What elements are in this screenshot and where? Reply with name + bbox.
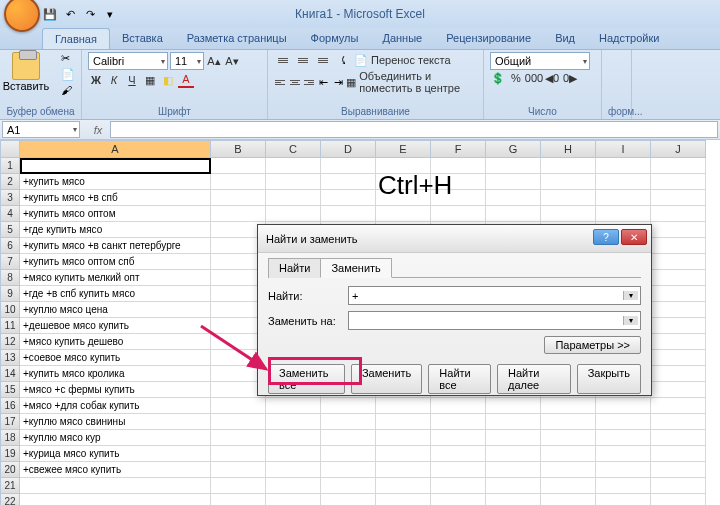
name-box[interactable]: A1 bbox=[2, 121, 80, 138]
cell[interactable]: +купить мясо +в спб bbox=[20, 190, 211, 206]
row-header[interactable]: 5 bbox=[0, 222, 20, 238]
cell[interactable]: +купить мясо кролика bbox=[20, 366, 211, 382]
tab-page-layout[interactable]: Разметка страницы bbox=[175, 28, 299, 49]
cell[interactable] bbox=[486, 478, 541, 494]
col-header-I[interactable]: I bbox=[596, 140, 651, 158]
cell[interactable] bbox=[596, 446, 651, 462]
cell[interactable] bbox=[596, 190, 651, 206]
cell[interactable] bbox=[211, 206, 266, 222]
currency-icon[interactable]: 💲 bbox=[490, 70, 506, 86]
cell[interactable] bbox=[20, 158, 211, 174]
cell[interactable] bbox=[541, 190, 596, 206]
cell[interactable] bbox=[651, 414, 706, 430]
cell[interactable] bbox=[321, 190, 376, 206]
border-icon[interactable]: ▦ bbox=[142, 72, 158, 88]
save-icon[interactable]: 💾 bbox=[42, 6, 58, 22]
col-header-C[interactable]: C bbox=[266, 140, 321, 158]
cell[interactable] bbox=[651, 398, 706, 414]
cell[interactable] bbox=[486, 462, 541, 478]
cell[interactable] bbox=[541, 174, 596, 190]
font-size-combo[interactable]: 11 bbox=[170, 52, 204, 70]
cell[interactable] bbox=[651, 302, 706, 318]
cell[interactable]: +свежее мясо купить bbox=[20, 462, 211, 478]
cell[interactable] bbox=[541, 158, 596, 174]
cell[interactable] bbox=[321, 478, 376, 494]
align-center-icon[interactable] bbox=[288, 74, 300, 90]
row-header[interactable]: 17 bbox=[0, 414, 20, 430]
col-header-B[interactable]: B bbox=[211, 140, 266, 158]
cell[interactable] bbox=[321, 494, 376, 505]
underline-button[interactable]: Ч bbox=[124, 72, 140, 88]
shrink-font-icon[interactable]: A▾ bbox=[224, 53, 240, 69]
select-all-corner[interactable] bbox=[0, 140, 20, 158]
cell[interactable] bbox=[651, 430, 706, 446]
format-painter-icon[interactable]: 🖌 bbox=[61, 84, 77, 98]
cell[interactable] bbox=[596, 158, 651, 174]
cell[interactable] bbox=[376, 398, 431, 414]
col-header-F[interactable]: F bbox=[431, 140, 486, 158]
qat-more-icon[interactable]: ▾ bbox=[102, 6, 118, 22]
dialog-help-button[interactable]: ? bbox=[593, 229, 619, 245]
tab-review[interactable]: Рецензирование bbox=[434, 28, 543, 49]
row-header[interactable]: 14 bbox=[0, 366, 20, 382]
cell[interactable]: +купить мясо bbox=[20, 174, 211, 190]
cell[interactable] bbox=[651, 462, 706, 478]
cell[interactable] bbox=[211, 158, 266, 174]
cell[interactable] bbox=[541, 494, 596, 505]
align-bottom-icon[interactable] bbox=[314, 52, 332, 68]
font-color-icon[interactable]: A bbox=[178, 72, 194, 88]
close-button[interactable]: Закрыть bbox=[577, 364, 641, 394]
cell[interactable] bbox=[596, 398, 651, 414]
cell[interactable] bbox=[266, 430, 321, 446]
find-next-button[interactable]: Найти далее bbox=[497, 364, 571, 394]
cell[interactable] bbox=[651, 190, 706, 206]
row-header[interactable]: 3 bbox=[0, 190, 20, 206]
cell[interactable] bbox=[211, 494, 266, 505]
cell[interactable] bbox=[651, 382, 706, 398]
cell[interactable] bbox=[651, 318, 706, 334]
cell[interactable] bbox=[596, 462, 651, 478]
row-header[interactable]: 22 bbox=[0, 494, 20, 505]
cell[interactable] bbox=[651, 222, 706, 238]
row-header[interactable]: 19 bbox=[0, 446, 20, 462]
cell[interactable] bbox=[431, 462, 486, 478]
office-button[interactable] bbox=[4, 0, 40, 32]
cell[interactable]: +мясо купить мелкий опт bbox=[20, 270, 211, 286]
cell[interactable]: +купить мясо оптом спб bbox=[20, 254, 211, 270]
cell[interactable]: +мясо +с фермы купить bbox=[20, 382, 211, 398]
cell[interactable] bbox=[651, 478, 706, 494]
number-format-combo[interactable]: Общий bbox=[490, 52, 590, 70]
tab-insert[interactable]: Вставка bbox=[110, 28, 175, 49]
col-header-A[interactable]: A bbox=[20, 140, 211, 158]
cell[interactable] bbox=[431, 494, 486, 505]
cell[interactable] bbox=[596, 414, 651, 430]
paste-button[interactable]: Вставить bbox=[6, 52, 46, 92]
align-left-icon[interactable] bbox=[274, 74, 286, 90]
cell[interactable] bbox=[486, 398, 541, 414]
row-header[interactable]: 18 bbox=[0, 430, 20, 446]
cell[interactable] bbox=[20, 478, 211, 494]
cell[interactable] bbox=[431, 430, 486, 446]
row-header[interactable]: 13 bbox=[0, 350, 20, 366]
cell[interactable] bbox=[266, 494, 321, 505]
find-input[interactable]: + bbox=[348, 286, 641, 305]
grow-font-icon[interactable]: A▴ bbox=[206, 53, 222, 69]
cell[interactable] bbox=[486, 414, 541, 430]
tab-view[interactable]: Вид bbox=[543, 28, 587, 49]
cell[interactable] bbox=[651, 174, 706, 190]
cell[interactable] bbox=[541, 446, 596, 462]
cell[interactable]: +курица мясо купить bbox=[20, 446, 211, 462]
cell[interactable] bbox=[321, 462, 376, 478]
cell[interactable] bbox=[266, 174, 321, 190]
cell[interactable] bbox=[211, 430, 266, 446]
cell[interactable] bbox=[541, 462, 596, 478]
cell[interactable] bbox=[541, 430, 596, 446]
fx-icon[interactable]: fx bbox=[88, 124, 108, 136]
cell[interactable]: +где +в спб купить мясо bbox=[20, 286, 211, 302]
cell[interactable] bbox=[651, 206, 706, 222]
decimal-dec-icon[interactable]: 0▶ bbox=[562, 70, 578, 86]
formula-bar[interactable] bbox=[110, 121, 718, 138]
fill-color-icon[interactable]: ◧ bbox=[160, 72, 176, 88]
cell[interactable] bbox=[596, 430, 651, 446]
cell[interactable] bbox=[651, 158, 706, 174]
